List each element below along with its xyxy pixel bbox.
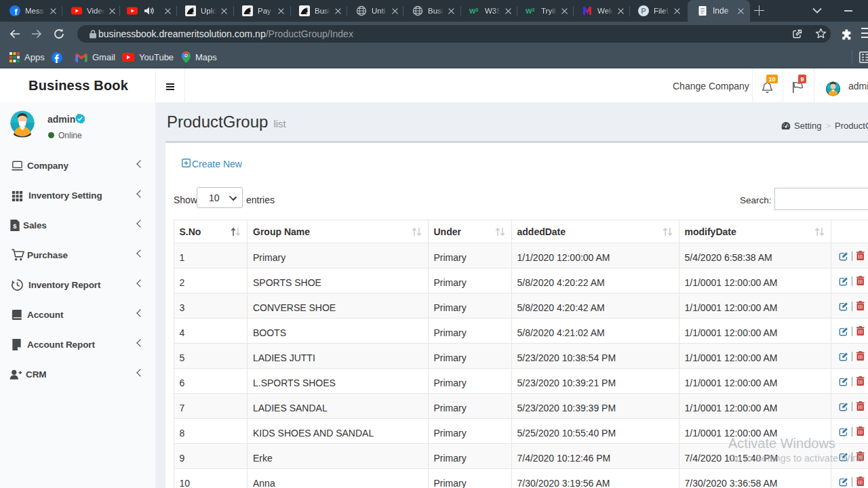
svg-text:3: 3 <box>475 7 479 13</box>
svg-text:$: $ <box>13 222 17 230</box>
svg-text:P: P <box>641 7 646 15</box>
svg-text:3: 3 <box>532 7 535 13</box>
